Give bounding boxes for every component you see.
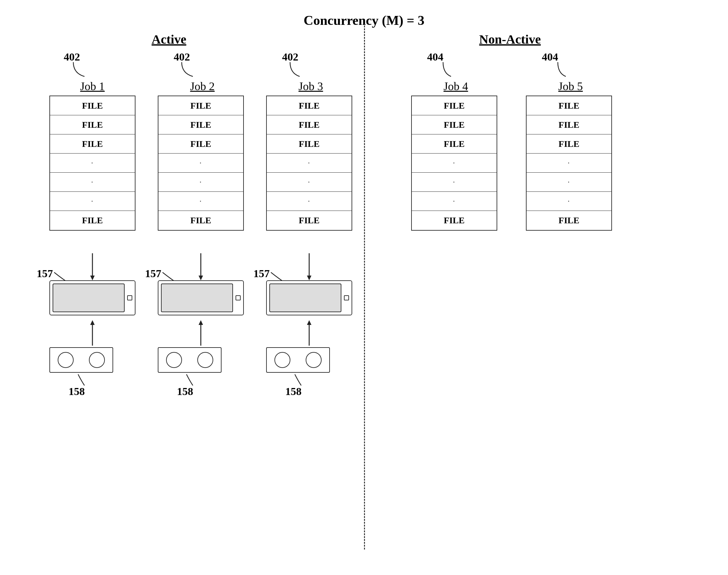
- job1-file-stack: FILE FILE FILE · · · FILE: [50, 96, 135, 231]
- job1-ref-label: 402: [64, 51, 80, 63]
- job5-label: Job 5: [539, 80, 602, 93]
- job3-ref-label: 402: [282, 51, 298, 63]
- job3-file-row-3: FILE: [267, 134, 352, 154]
- job3-dots-2: ·: [267, 173, 352, 192]
- job4-file-row-last: FILE: [412, 211, 497, 230]
- job3-dots-1: ·: [267, 154, 352, 173]
- job2-tape-cartridge: [158, 347, 222, 373]
- svg-marker-11: [307, 320, 311, 325]
- svg-marker-1: [90, 276, 95, 280]
- job2-tape-drive-btn: [235, 295, 241, 300]
- job5-file-row-2: FILE: [527, 115, 611, 134]
- job4-dots-1: ·: [412, 154, 497, 173]
- job5-file-row-last: FILE: [527, 211, 611, 230]
- svg-marker-5: [307, 276, 311, 280]
- job1-file-row-1: FILE: [50, 96, 135, 115]
- job1-file-row-2: FILE: [50, 115, 135, 134]
- job1-tape-drive: [50, 280, 135, 315]
- job2-label: Job 2: [170, 80, 234, 93]
- job2-reel-2: [197, 352, 213, 368]
- job3-cart-ref: 158: [285, 385, 302, 398]
- job2-ref-label: 402: [174, 51, 190, 63]
- job2-dots-3: ·: [158, 192, 243, 211]
- job2-drive-ref: 157: [145, 268, 161, 280]
- job3-label: Job 3: [279, 80, 343, 93]
- job5-dots-2: ·: [527, 173, 611, 192]
- nonactive-section-header: Non-Active: [414, 32, 606, 47]
- job3-reel-1: [275, 352, 290, 368]
- job1-file-row-last: FILE: [50, 211, 135, 230]
- job1-dots-2: ·: [50, 173, 135, 192]
- job3-dots-3: ·: [267, 192, 352, 211]
- job4-label: Job 4: [424, 80, 488, 93]
- job1-file-row-3: FILE: [50, 134, 135, 154]
- job1-drive-ref: 157: [37, 268, 53, 280]
- job4-file-row-2: FILE: [412, 115, 497, 134]
- job3-reel-2: [306, 352, 322, 368]
- job2-file-row-last: FILE: [158, 211, 243, 230]
- job3-file-row-last: FILE: [267, 211, 352, 230]
- job1-reel-1: [58, 352, 74, 368]
- job1-reel-2: [89, 352, 105, 368]
- job1-dots-1: ·: [50, 154, 135, 173]
- job1-dots-3: ·: [50, 192, 135, 211]
- job1-label: Job 1: [61, 80, 124, 93]
- job2-file-stack: FILE FILE FILE · · · FILE: [158, 96, 244, 231]
- job3-file-stack: FILE FILE FILE · · · FILE: [266, 96, 352, 231]
- job2-cart-ref: 158: [177, 385, 193, 398]
- job4-ref-label: 404: [427, 51, 443, 63]
- job2-tape-drive-inner: [161, 283, 233, 312]
- job3-tape-cartridge: [266, 347, 330, 373]
- job4-dots-2: ·: [412, 173, 497, 192]
- job4-file-stack: FILE FILE FILE · · · FILE: [411, 96, 497, 231]
- job4-dots-3: ·: [412, 192, 497, 211]
- job3-tape-drive: [266, 280, 352, 315]
- job5-file-stack: FILE FILE FILE · · · FILE: [526, 96, 612, 231]
- job2-reel-1: [166, 352, 182, 368]
- job3-tape-drive-btn: [344, 295, 349, 300]
- job3-file-row-1: FILE: [267, 96, 352, 115]
- job4-file-row-1: FILE: [412, 96, 497, 115]
- job1-tape-cartridge: [50, 347, 113, 373]
- job5-file-row-3: FILE: [527, 134, 611, 154]
- svg-marker-3: [198, 276, 203, 280]
- job3-tape-drive-inner: [269, 283, 341, 312]
- diagram: Concurrency (M) = 3 Active Non-Active: [0, 0, 728, 575]
- job1-cart-ref: 158: [68, 385, 85, 398]
- svg-marker-9: [198, 320, 203, 325]
- job1-tape-drive-inner: [53, 283, 125, 312]
- active-section-header: Active: [57, 32, 281, 47]
- section-divider: [364, 26, 365, 549]
- job5-file-row-1: FILE: [527, 96, 611, 115]
- job1-tape-drive-btn: [127, 295, 132, 300]
- job2-tape-drive: [158, 280, 244, 315]
- job5-dots-3: ·: [527, 192, 611, 211]
- job2-dots-1: ·: [158, 154, 243, 173]
- job3-drive-ref: 157: [253, 268, 270, 280]
- job5-ref-label: 404: [542, 51, 558, 63]
- job4-file-row-3: FILE: [412, 134, 497, 154]
- svg-marker-7: [90, 320, 95, 325]
- job2-file-row-2: FILE: [158, 115, 243, 134]
- job3-file-row-2: FILE: [267, 115, 352, 134]
- job2-file-row-1: FILE: [158, 96, 243, 115]
- job5-dots-1: ·: [527, 154, 611, 173]
- job2-file-row-3: FILE: [158, 134, 243, 154]
- job2-dots-2: ·: [158, 173, 243, 192]
